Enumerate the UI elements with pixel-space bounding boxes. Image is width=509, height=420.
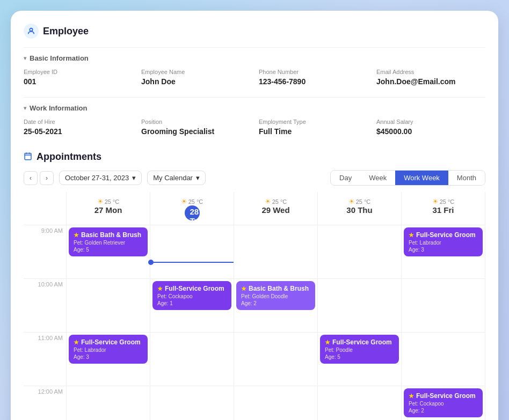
main-card: Employee ▾ Basic Information Employee ID… <box>11 11 498 420</box>
chevron-down-icon-4: ▾ <box>196 174 200 182</box>
cell-10am-mon <box>67 279 150 333</box>
work-info-grid: Date of Hire 25-05-2021 Position Groomin… <box>24 119 485 141</box>
cell-10am-thu <box>318 279 402 333</box>
cell-10am-wed: ★ Basic Bath & Brush Pet: Golden Doodle … <box>234 279 318 333</box>
chevron-down-icon-2: ▾ <box>24 105 26 111</box>
work-info-label: Work Information <box>30 104 87 112</box>
day-30-num: 30 Thu <box>321 205 398 215</box>
hire-date-label: Date of Hire <box>24 119 133 125</box>
time-9am: 9:00 AM <box>24 225 67 279</box>
event-basic-bath-mon[interactable]: ★ Basic Bath & Brush Pet: Golden Retriev… <box>69 227 148 256</box>
time-header-cell <box>24 192 67 225</box>
svg-point-0 <box>30 28 32 31</box>
salary-value: $45000.00 <box>376 127 412 136</box>
prev-button[interactable]: ‹ <box>24 171 38 185</box>
phone-number-label: Phone Number <box>259 69 368 75</box>
position-value: Grooming Specialist <box>141 127 214 136</box>
day-header-29: ☀ 25 °C 29 Wed <box>234 192 318 225</box>
calendar-icon <box>24 152 32 163</box>
cell-12am-fri: ★ Full-Service Groom Pet: Cockapoo Age: … <box>402 386 485 420</box>
cell-11am-mon: ★ Full-Service Groom Pet: Labrador Age: … <box>67 333 150 386</box>
cell-9am-mon: ★ Basic Bath & Brush Pet: Golden Retriev… <box>67 225 150 279</box>
time-11am: 11:00 AM <box>24 333 67 386</box>
basic-info-grid: Employee ID 001 Employee Name John Doe P… <box>24 69 485 91</box>
day-27-num: 27 Mon <box>70 205 147 215</box>
day-header-31: ☀ 25 °C 31 Fri <box>402 192 485 225</box>
appointments-header: Appointments <box>24 151 485 163</box>
date-range-selector[interactable]: October 27-31, 2023 ▾ <box>59 171 142 185</box>
day-header-27: ☀ 25 °C 27 Mon <box>67 192 150 225</box>
cell-9am-tue <box>150 225 234 279</box>
employment-type-cell: Employment Type Full Time <box>259 119 368 136</box>
work-info-toggle[interactable]: ▾ Work Information <box>24 104 485 112</box>
cell-12am-wed <box>234 386 318 420</box>
employee-name-label: Employee Name <box>141 69 250 75</box>
calendar-name: My Calendar <box>153 174 193 182</box>
phone-number-value: 123-456-7890 <box>259 77 306 86</box>
event-fullgroom-tue-10[interactable]: ★ Full-Service Groom Pet: Cockapoo Age: … <box>152 281 231 310</box>
employee-name-value: John Doe <box>141 77 176 86</box>
view-toggle: Day Week Work Week Month <box>330 170 485 186</box>
next-button[interactable]: › <box>40 171 54 185</box>
view-month-button[interactable]: Month <box>448 171 485 185</box>
day-29-num: 29 Wed <box>237 205 314 215</box>
employee-id-value: 001 <box>24 77 36 86</box>
time-10am: 10:00 AM <box>24 279 67 333</box>
svg-rect-1 <box>25 153 31 159</box>
calendar-toolbar: ‹ › October 27-31, 2023 ▾ My Calendar ▾ … <box>24 170 485 186</box>
employee-name-cell: Employee Name John Doe <box>141 69 250 86</box>
appointments-title: Appointments <box>37 151 101 163</box>
basic-info-section: ▾ Basic Information Employee ID 001 Empl… <box>24 47 485 97</box>
cell-11am-fri <box>402 333 485 386</box>
page-title: Employee <box>43 26 89 37</box>
calendar-selector[interactable]: My Calendar ▾ <box>147 171 206 185</box>
basic-info-label: Basic Information <box>30 54 89 62</box>
event-fullgroom-fri-12[interactable]: ★ Full-Service Groom Pet: Cockapoo Age: … <box>404 388 483 417</box>
email-address-label: Email Address <box>376 69 485 75</box>
salary-cell: Annual Salary $45000.00 <box>376 119 485 136</box>
event-fullgroom-fri-9[interactable]: ★ Full-Service Groom Pet: Labrador Age: … <box>404 227 483 256</box>
time-12am: 12:00 AM <box>24 386 67 420</box>
employment-type-value: Full Time <box>259 127 292 136</box>
cell-12am-mon <box>67 386 150 420</box>
work-info-section: ▾ Work Information Date of Hire 25-05-20… <box>24 97 485 147</box>
cell-10am-tue: ★ Full-Service Groom Pet: Cockapoo Age: … <box>150 279 234 333</box>
cell-12am-tue <box>150 386 234 420</box>
current-time-dot <box>148 260 154 265</box>
calendar-nav: ‹ › <box>24 171 54 185</box>
employee-id-label: Employee ID <box>24 69 133 75</box>
basic-info-toggle[interactable]: ▾ Basic Information <box>24 54 485 62</box>
date-range-text: October 27-31, 2023 <box>65 174 129 182</box>
cell-11am-thu: ★ Full-Service Groom Pet: Poodle Age: 5 <box>318 333 402 386</box>
event-fullgroom-thu-11[interactable]: ★ Full-Service Groom Pet: Poodle Age: 5 <box>320 335 399 364</box>
employment-type-label: Employment Type <box>259 119 368 125</box>
cell-11am-tue <box>150 333 234 386</box>
salary-label: Annual Salary <box>376 119 485 125</box>
chevron-down-icon-3: ▾ <box>132 174 136 182</box>
employee-icon <box>24 24 39 39</box>
day-28-num: 28 Tue <box>185 205 200 220</box>
calendar-grid: ☀ 25 °C 27 Mon ☀ 25 °C 28 Tue ☀ 25 °C 29… <box>24 192 485 420</box>
view-day-button[interactable]: Day <box>331 171 360 185</box>
day-header-28: ☀ 25 °C 28 Tue <box>150 192 234 225</box>
email-address-cell: Email Address John.Doe@Email.com <box>376 69 485 86</box>
view-week-button[interactable]: Week <box>360 171 395 185</box>
phone-number-cell: Phone Number 123-456-7890 <box>259 69 368 86</box>
chevron-down-icon: ▾ <box>24 55 26 61</box>
hire-date-cell: Date of Hire 25-05-2021 <box>24 119 133 136</box>
cell-9am-thu <box>318 225 402 279</box>
hire-date-value: 25-05-2021 <box>24 127 62 136</box>
cell-11am-wed <box>234 333 318 386</box>
current-time-indicator <box>150 262 234 263</box>
event-fullgroom-mon-11[interactable]: ★ Full-Service Groom Pet: Labrador Age: … <box>69 335 148 364</box>
position-cell: Position Grooming Specialist <box>141 119 250 136</box>
cell-9am-wed <box>234 225 318 279</box>
email-address-value: John.Doe@Email.com <box>376 77 455 86</box>
view-workweek-button[interactable]: Work Week <box>395 171 448 185</box>
position-label: Position <box>141 119 250 125</box>
event-basic-bath-wed-10[interactable]: ★ Basic Bath & Brush Pet: Golden Doodle … <box>236 281 315 310</box>
calendar-container: ☀ 25 °C 27 Mon ☀ 25 °C 28 Tue ☀ 25 °C 29… <box>24 192 485 420</box>
cell-10am-fri <box>402 279 485 333</box>
cell-9am-fri: ★ Full-Service Groom Pet: Labrador Age: … <box>402 225 485 279</box>
day-31-num: 31 Fri <box>405 205 482 215</box>
